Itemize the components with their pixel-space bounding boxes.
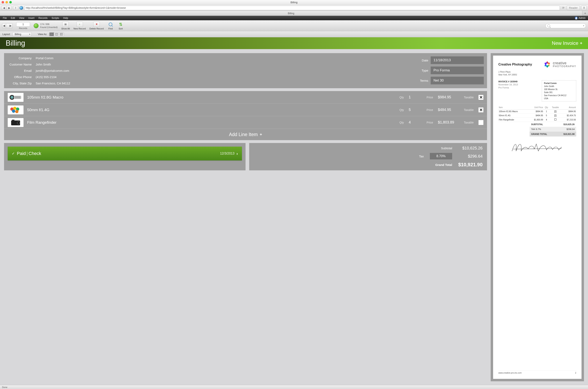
sort-button[interactable]: ⇅ Sort: [117, 22, 124, 30]
bottom-row: ✓ Paid|Check 12/3/2013 › Subtotal$10,625…: [4, 143, 487, 170]
signature: [498, 139, 576, 155]
col-qty: Qty: [543, 105, 550, 109]
menu-edit[interactable]: Edit: [9, 17, 17, 19]
product-name[interactable]: 50mm f/1.4G: [27, 108, 396, 112]
browser-forward-button[interactable]: ▶: [6, 6, 12, 10]
totals-card: Subtotal$10,625.26 Tax8.70%$296.64 Grand…: [249, 143, 487, 170]
qty-field[interactable]: 5: [409, 108, 423, 112]
browser-back-button[interactable]: ◀: [1, 6, 6, 10]
table-row: 50mm f/1.4G $484.95 5 × $2,424.75: [498, 114, 576, 118]
quick-search-input[interactable]: ▾: [545, 23, 586, 28]
view-table-button[interactable]: [59, 32, 64, 36]
terms-field[interactable]: Net 30: [431, 77, 484, 84]
menu-file[interactable]: File: [1, 17, 9, 19]
product-thumbnail[interactable]: [8, 105, 24, 114]
table-view-icon: [60, 33, 63, 35]
left-column: CompanyPortal Comm Customer NameJohn Smi…: [4, 53, 487, 381]
taxable-label: Taxable: [464, 96, 474, 99]
payment-button[interactable]: ✓ Paid|Check 12/3/2013 ›: [8, 147, 242, 161]
show-all-button[interactable]: ▤ Show All: [61, 22, 70, 30]
find-button[interactable]: Find: [107, 22, 114, 30]
prev-record-button[interactable]: ◀: [2, 23, 6, 28]
traffic-lights: [2, 1, 12, 3]
next-record-button[interactable]: ▶: [8, 23, 13, 28]
tax-rate-field[interactable]: 8.70%: [430, 153, 452, 160]
downloads-button[interactable]: ⬇: [581, 6, 587, 10]
menu-view[interactable]: View: [17, 17, 26, 19]
table-row: Film Rangefinder $1,803.89 4 $7,215.56: [498, 118, 576, 122]
csz-label: City, State Zip: [7, 82, 32, 85]
price-field[interactable]: $984.95: [438, 95, 460, 99]
taxable-checkbox[interactable]: ✕: [479, 107, 483, 112]
status-text: 174 / 696 Found (Unsorted): [40, 23, 58, 29]
new-tab-button[interactable]: +: [582, 11, 588, 16]
company-label: Company: [7, 56, 32, 60]
new-invoice-button[interactable]: New Invoice +: [552, 40, 582, 46]
svg-point-7: [12, 109, 15, 113]
customer-info-card: CompanyPortal Comm Customer NameJohn Smi…: [4, 53, 487, 88]
customer-fields: CompanyPortal Comm Customer NameJohn Smi…: [7, 56, 413, 85]
view-list-button[interactable]: [54, 32, 59, 36]
product-thumbnail[interactable]: [8, 118, 24, 127]
csz-field[interactable]: San Francisco, CA 94112: [36, 82, 70, 85]
browser-tab[interactable]: Billing: [0, 11, 582, 16]
svg-point-8: [15, 110, 18, 113]
records-label: Records: [19, 27, 27, 30]
date-field[interactable]: 11/18/2013: [431, 56, 484, 64]
grand-total-value: $10,921.90: [458, 162, 483, 167]
record-number-input[interactable]: [16, 22, 30, 27]
product-name[interactable]: Film Rangefinder: [27, 120, 396, 125]
type-field[interactable]: Pro Forma: [431, 66, 484, 74]
add-line-item-button[interactable]: Add Line Item +: [4, 129, 487, 140]
subtotal-value: $10,625.26: [458, 146, 483, 151]
search-dropdown-caret[interactable]: ▾: [583, 25, 584, 27]
taxable-checkbox[interactable]: [479, 120, 483, 125]
qty-field[interactable]: 4: [409, 120, 423, 125]
menu-help[interactable]: Help: [61, 17, 70, 19]
app-menubar: File Edit View Insert Records Scripts He…: [0, 16, 588, 20]
viewas-label: View As:: [38, 33, 47, 36]
customer-name-field[interactable]: John Smith: [36, 63, 51, 66]
aperture-icon: [543, 61, 551, 68]
zoom-window-button[interactable]: [9, 1, 12, 3]
record-slider[interactable]: [6, 23, 8, 28]
payment-text: Paid|Check: [17, 151, 218, 156]
tax-value: $296.64: [458, 154, 483, 159]
layout-select[interactable]: Billing ▾: [12, 32, 32, 36]
price-label: Price: [427, 121, 433, 124]
url-text: http://localhost/fmi/webd#Billing?lay=Bi…: [26, 6, 126, 9]
chevron-down-icon: ▾: [29, 33, 30, 35]
price-field[interactable]: $1,803.89: [438, 120, 460, 125]
email-field[interactable]: jsmith@portalcomm.com: [36, 69, 69, 72]
invoice-footer: www.creative-pro-inc.com 1: [498, 370, 576, 374]
view-form-button[interactable]: [49, 32, 54, 36]
price-field[interactable]: $484.95: [438, 108, 460, 112]
invoice-number: INVOICE # 183949: [498, 80, 536, 83]
address-bar[interactable]: http://localhost/fmi/webd#Billing?lay=Bi…: [24, 6, 560, 10]
type-label: Type: [417, 69, 428, 72]
new-record-button[interactable]: ＋ New Record: [73, 22, 86, 30]
delete-record-button[interactable]: ✖ Delete Record: [90, 22, 104, 30]
qty-field[interactable]: 1: [409, 95, 423, 99]
qty-label: Qty: [400, 121, 404, 124]
menu-insert[interactable]: Insert: [26, 17, 36, 19]
reload-button[interactable]: ⟳: [561, 6, 565, 10]
svg-point-11: [18, 122, 19, 124]
product-name[interactable]: 105mm f/2.8G Macro: [27, 95, 396, 99]
taxable-checkbox[interactable]: ✕: [479, 95, 483, 100]
invoice-preview: Creative Photography: [493, 56, 582, 379]
new-record-icon: ＋: [76, 22, 83, 27]
line-item: 50mm f/1.4G Qty 5 Price $484.95 Taxable …: [4, 104, 487, 116]
menu-scripts[interactable]: Scripts: [50, 17, 61, 19]
reader-button[interactable]: Reader: [567, 6, 580, 10]
find-icon: [107, 22, 114, 27]
menu-records[interactable]: Records: [36, 17, 50, 19]
close-window-button[interactable]: [2, 1, 4, 3]
minimize-window-button[interactable]: [5, 1, 8, 3]
browser-share-button[interactable]: ⇪: [13, 6, 18, 10]
company-field[interactable]: Portal Comm: [36, 56, 54, 60]
delete-record-icon: ✖: [93, 22, 100, 27]
user-menu[interactable]: Admin: [575, 17, 587, 19]
phone-field[interactable]: (415) 555-2104: [36, 75, 57, 79]
product-thumbnail[interactable]: [8, 93, 24, 102]
